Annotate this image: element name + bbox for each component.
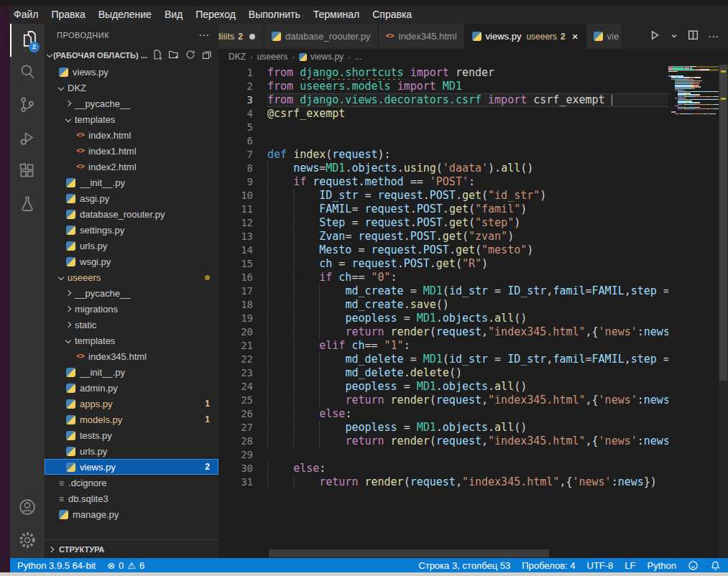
tree-item-admin.py[interactable]: admin.py: [45, 380, 218, 396]
tab-views.py[interactable]: views.pyuseeers2×: [465, 24, 586, 49]
code-line-11[interactable]: 11 FAMIL= request.POST.get("famil"): [218, 203, 668, 216]
breadcrumb-item-...[interactable]: ...: [355, 52, 362, 62]
tree-item-settings.py[interactable]: settings.py: [45, 222, 218, 238]
code-line-26[interactable]: 26 else:: [218, 407, 668, 421]
code-line-16[interactable]: 16 if ch== "0":: [218, 271, 668, 284]
breadcrumb-item-useeers[interactable]: useeers: [257, 52, 288, 62]
code-line-12[interactable]: 12 Step = request.POST.get("step"): [218, 216, 668, 230]
menu-Терминал[interactable]: Терминал: [307, 6, 366, 24]
code-line-7[interactable]: 7def index(request):: [218, 148, 668, 162]
code-line-17[interactable]: 17 md_create = MD1(id_str = ID_str,famil…: [218, 284, 668, 298]
code-line-6[interactable]: 6: [218, 134, 668, 148]
activity-run-debug[interactable]: [10, 123, 45, 156]
vertical-scrollbar-thumb[interactable]: [719, 65, 727, 381]
language-mode[interactable]: Python: [648, 560, 676, 571]
tree-item-__pycache__[interactable]: __pycache__: [45, 96, 218, 111]
code-line-30[interactable]: 30 else:: [218, 462, 668, 475]
code-lines[interactable]: 1from django.shortcuts import render2fro…: [218, 66, 668, 548]
tree-item-db.sqlite3[interactable]: ≡db.sqlite3: [45, 491, 218, 506]
python-version[interactable]: Python 3.9.5 64-bit: [17, 560, 96, 571]
tree-item-index.html[interactable]: <>index.html: [45, 127, 218, 143]
close-icon[interactable]: ×: [572, 30, 579, 42]
code-line-27[interactable]: 27 peopless = MD1.objects.all(): [218, 421, 668, 435]
activity-explorer[interactable]: 2: [10, 24, 45, 57]
vertical-scrollbar[interactable]: [719, 65, 728, 558]
tab-index345.html[interactable]: <>index345.html: [379, 24, 465, 49]
split-editor-icon[interactable]: [687, 29, 699, 44]
menu-Файл[interactable]: Файл: [7, 6, 45, 24]
tree-item-static[interactable]: static: [45, 317, 218, 333]
tree-item-apps.py[interactable]: apps.py1: [45, 396, 218, 412]
tree-item-templates[interactable]: templates: [45, 111, 218, 127]
code-editor[interactable]: 1from django.shortcuts import render2fro…: [218, 65, 728, 558]
minimap[interactable]: [668, 66, 719, 558]
code-line-2[interactable]: 2from useeers.models import MD1: [218, 80, 668, 93]
tree-item-index345.html[interactable]: <>index345.html: [45, 348, 218, 364]
code-line-3[interactable]: 3from django.views.decorators.csrf impor…: [218, 93, 668, 107]
menu-Выполнить[interactable]: Выполнить: [242, 6, 307, 24]
bell-icon[interactable]: [710, 560, 721, 571]
tree-item-templates[interactable]: templates: [45, 333, 218, 348]
tab-diiits[interactable]: diiits2: [218, 24, 264, 49]
activity-testing[interactable]: [10, 189, 45, 222]
code-line-5[interactable]: 5: [218, 121, 668, 134]
encoding[interactable]: UTF-8: [587, 560, 614, 571]
tree-item-migrations[interactable]: migrations: [45, 301, 218, 317]
code-line-15[interactable]: 15 ch = request.POST.get("R"): [218, 257, 668, 271]
tree-item-index2.html[interactable]: <>index2.html: [45, 159, 218, 175]
tree-item-urls.py[interactable]: urls.py: [45, 238, 218, 254]
tree-item-models.py[interactable]: models.py1: [45, 412, 218, 427]
activity-account[interactable]: [10, 492, 45, 525]
run-icon[interactable]: [648, 29, 661, 45]
more-icon[interactable]: ⋯: [708, 30, 719, 43]
workspace-section-header[interactable]: (РАБОЧАЯ ОБЛАСТЬ) ...: [45, 47, 218, 64]
code-line-22[interactable]: 22 md_delete = MD1(id_str = ID_str,famil…: [218, 353, 668, 366]
code-line-4[interactable]: 4@csrf_exempt: [218, 107, 668, 121]
tree-item-wsgi.py[interactable]: wsgi.py: [45, 254, 218, 269]
tab-vie[interactable]: vie: [586, 24, 622, 49]
eol[interactable]: LF: [625, 560, 635, 571]
activity-extensions[interactable]: [10, 156, 45, 189]
tree-item-.dcignore[interactable]: ≡.dcignore: [45, 475, 218, 491]
indentation[interactable]: Пробелов: 4: [522, 560, 575, 571]
activity-search[interactable]: [10, 57, 45, 90]
outline-section[interactable]: СТРУКТУРА: [45, 539, 218, 558]
chevron-down-icon[interactable]: [670, 30, 678, 43]
code-line-21[interactable]: 21 elif ch== "1":: [218, 339, 668, 353]
code-line-18[interactable]: 18 md_create.save(): [218, 298, 668, 312]
tree-item-urls.py[interactable]: urls.py: [45, 443, 218, 459]
tab-database_roouter.py[interactable]: database_roouter.py: [264, 24, 379, 49]
breadcrumb-item-views.py[interactable]: views.py: [299, 52, 344, 62]
code-line-14[interactable]: 14 Mesto = request.POST.get("mesto"): [218, 243, 668, 257]
tree-item-asgi.py[interactable]: asgi.py: [45, 190, 218, 206]
code-line-25[interactable]: 25 return render(request,"index345.html"…: [218, 394, 668, 407]
code-line-23[interactable]: 23 md_delete.delete(): [218, 366, 668, 380]
feedback-icon[interactable]: [688, 560, 699, 571]
tree-item-useeers[interactable]: useeers: [45, 269, 218, 285]
new-folder-icon[interactable]: [168, 49, 180, 62]
code-line-19[interactable]: 19 peopless = MD1.objects.all(): [218, 312, 668, 325]
collapse-all-icon[interactable]: [201, 49, 213, 62]
more-icon[interactable]: ⋯: [198, 29, 210, 42]
tree-item-views.py[interactable]: views.py2: [45, 459, 218, 475]
tree-item-views.py[interactable]: views.py: [45, 64, 218, 80]
tree-item-tests.py[interactable]: tests.py: [45, 427, 218, 443]
code-line-31[interactable]: 31 return render(request,"index345.html"…: [218, 475, 668, 489]
code-line-1[interactable]: 1from django.shortcuts import render: [218, 66, 668, 80]
refresh-icon[interactable]: [185, 49, 196, 62]
menu-Вид[interactable]: Вид: [158, 6, 189, 24]
tree-item-__init__.py[interactable]: __init__.py: [45, 364, 218, 380]
menu-Выделение[interactable]: Выделение: [92, 6, 158, 24]
activity-source-control[interactable]: [10, 90, 45, 123]
menu-Справка[interactable]: Справка: [366, 6, 418, 24]
code-line-29[interactable]: 29: [218, 448, 668, 462]
tree-item-__pycache__[interactable]: __pycache__: [45, 285, 218, 301]
code-line-20[interactable]: 20 return render(request,"index345.html"…: [218, 325, 668, 339]
tree-item-index1.html[interactable]: <>index1.html: [45, 143, 218, 159]
horizontal-scrollbar-thumb[interactable]: [269, 549, 549, 557]
code-line-8[interactable]: 8 news=MD1.objects.using('daata').all(): [218, 162, 668, 175]
menu-Переход[interactable]: Переход: [189, 6, 242, 24]
code-line-9[interactable]: 9 if request.method == 'POST':: [218, 175, 668, 189]
tree-item-manage.py[interactable]: manage.py: [45, 506, 218, 522]
tree-item-database_roouter.py[interactable]: database_roouter.py: [45, 206, 218, 222]
